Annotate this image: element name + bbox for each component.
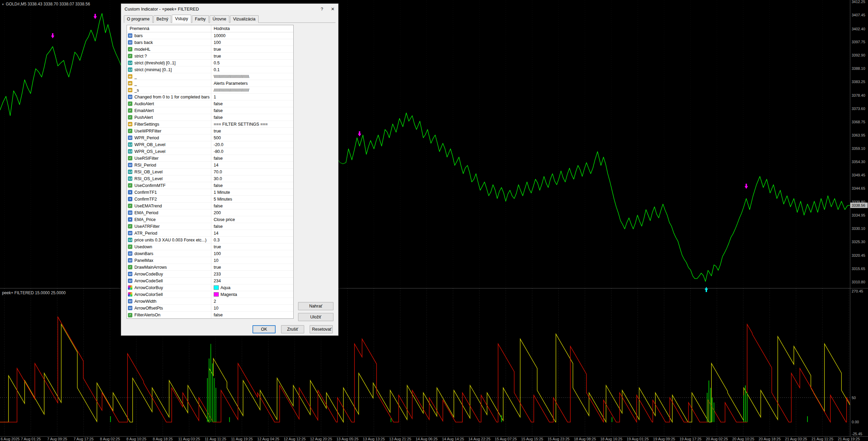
- param-row[interactable]: 12EMA_Period200: [127, 209, 293, 216]
- param-row[interactable]: 12ArrowOffsetPts10: [127, 305, 293, 312]
- param-value[interactable]: 30.0: [211, 175, 293, 182]
- param-value[interactable]: 0.1: [211, 66, 293, 73]
- param-row[interactable]: 12ArrowCodeBuy233: [127, 271, 293, 278]
- param-value[interactable]: 0.5: [211, 60, 293, 66]
- param-row[interactable]: 12Changed from 0 to 1 for completed bars…: [127, 94, 293, 100]
- param-value[interactable]: 14: [211, 230, 293, 236]
- param-value[interactable]: 200: [211, 209, 293, 216]
- param-row[interactable]: ✓UseWPRFiltertrue: [127, 128, 293, 135]
- param-value[interactable]: true: [211, 243, 293, 250]
- param-value[interactable]: 0.3: [211, 237, 293, 243]
- param-value[interactable]: 500: [211, 135, 293, 141]
- reset-button[interactable]: Resetovať: [310, 325, 333, 333]
- param-row[interactable]: 12ArrowWidth2: [127, 298, 293, 305]
- param-value[interactable]: -20.0: [211, 141, 293, 148]
- param-row[interactable]: 12RSI_Period14: [127, 162, 293, 169]
- param-value[interactable]: false: [211, 155, 293, 161]
- param-row[interactable]: ab_Alerts Parameters: [127, 80, 293, 87]
- param-value[interactable]: Close price: [211, 216, 293, 223]
- param-value[interactable]: 10000: [211, 32, 293, 39]
- param-value[interactable]: true: [211, 46, 293, 52]
- param-row[interactable]: ✓EmailAlertfalse: [127, 107, 293, 114]
- param-value[interactable]: 100: [211, 250, 293, 257]
- tab-vizualizácia[interactable]: Vizualizácia: [230, 15, 259, 23]
- param-value[interactable]: 234: [211, 278, 293, 284]
- param-row[interactable]: abFilterSettings=== FILTER SETTINGS ===: [127, 121, 293, 128]
- param-row[interactable]: 1.2strict (threshold) [0..1]0.5: [127, 60, 293, 66]
- param-row[interactable]: ▼ConfirmTF25 Minutes: [127, 196, 293, 203]
- param-row[interactable]: ArrowColorBuyAqua: [127, 284, 293, 291]
- param-row[interactable]: ✓PushAlertfalse: [127, 114, 293, 121]
- param-row[interactable]: ArrowColorSellMagenta: [127, 291, 293, 298]
- param-value[interactable]: false: [211, 100, 293, 107]
- param-value[interactable]: false: [211, 312, 293, 318]
- param-value[interactable]: 10: [211, 257, 293, 264]
- param-row[interactable]: 12WPR_Period500: [127, 135, 293, 141]
- param-value[interactable]: \\\\\\\\\\\\\\\\\\\\\\\\\\\\\\: [211, 73, 293, 80]
- param-value[interactable]: false: [211, 114, 293, 121]
- tab-vstupy[interactable]: Vstupy: [172, 15, 191, 23]
- dialog-titlebar[interactable]: Custom Indicator - +peek+ FILTERED ? ✕: [121, 4, 338, 14]
- cancel-button[interactable]: Zrušiť: [281, 325, 304, 333]
- param-row[interactable]: 1.2RSI_OB_Level70.0: [127, 169, 293, 175]
- param-row[interactable]: 1.2WPR_OS_Level-80.0: [127, 148, 293, 155]
- param-value[interactable]: 10: [211, 305, 293, 311]
- param-value[interactable]: 70.0: [211, 169, 293, 175]
- param-row[interactable]: ✓FilterAlertsOnfalse: [127, 312, 293, 318]
- param-value[interactable]: Magenta: [211, 291, 293, 298]
- param-row[interactable]: ✓DrawMainArrowstrue: [127, 264, 293, 271]
- param-row[interactable]: ✓UseConfirmMTFfalse: [127, 182, 293, 189]
- param-value[interactable]: 1 Minute: [211, 189, 293, 195]
- param-row[interactable]: 1.2strict (minima) [0..1]0.1: [127, 66, 293, 73]
- param-value[interactable]: true: [211, 264, 293, 270]
- param-value[interactable]: -80.0: [211, 148, 293, 155]
- tab-o-programe[interactable]: O programe: [124, 15, 153, 23]
- param-row[interactable]: 12PanelMax10: [127, 257, 293, 264]
- param-value[interactable]: 1: [211, 94, 293, 100]
- double-type-icon: 1.2: [128, 170, 132, 174]
- param-value-text: true: [214, 47, 221, 52]
- param-row[interactable]: ✓UseRSIFilterfalse: [127, 155, 293, 162]
- param-row[interactable]: ✓AudioAlertfalse: [127, 100, 293, 107]
- param-row[interactable]: 1.2price units 0.3 XAU 0.003 Forex etc..…: [127, 237, 293, 243]
- param-row[interactable]: 12bars back100: [127, 39, 293, 46]
- param-value[interactable]: //////////////////////////////: [211, 87, 293, 93]
- param-row[interactable]: ✓modeHLtrue: [127, 46, 293, 53]
- param-value[interactable]: true: [211, 53, 293, 59]
- param-row[interactable]: 1.2WPR_OB_Level-20.0: [127, 141, 293, 148]
- param-value[interactable]: 14: [211, 162, 293, 168]
- param-row[interactable]: 1.2RSI_OS_Level30.0: [127, 175, 293, 182]
- param-row[interactable]: 12ArrowCodeSell234: [127, 278, 293, 284]
- param-row[interactable]: ✓Usedowntrue: [127, 243, 293, 250]
- param-value[interactable]: 2: [211, 298, 293, 304]
- close-icon[interactable]: ✕: [327, 4, 338, 13]
- param-value[interactable]: 233: [211, 271, 293, 277]
- param-value[interactable]: 100: [211, 39, 293, 46]
- param-row[interactable]: ▼EMA_PriceClose price: [127, 216, 293, 223]
- param-row[interactable]: ✓strict ?true: [127, 53, 293, 60]
- param-row[interactable]: 12ATR_Period14: [127, 230, 293, 237]
- param-value[interactable]: === FILTER SETTINGS ===: [211, 121, 293, 127]
- param-value[interactable]: true: [211, 128, 293, 134]
- param-row[interactable]: 12bars10000: [127, 32, 293, 39]
- param-row[interactable]: ✓UseEMATrendfalse: [127, 203, 293, 209]
- load-button[interactable]: Nahrať: [298, 302, 333, 310]
- param-value[interactable]: false: [211, 203, 293, 209]
- param-value[interactable]: false: [211, 107, 293, 114]
- param-row[interactable]: ✓UseATRFilterfalse: [127, 223, 293, 230]
- param-value[interactable]: 5 Minutes: [211, 196, 293, 202]
- param-row[interactable]: ▼ConfirmTF11 Minute: [127, 189, 293, 196]
- tab-bežný[interactable]: Bežný: [153, 15, 171, 23]
- param-value[interactable]: Aqua: [211, 284, 293, 291]
- tab-úrovne[interactable]: Úrovne: [210, 15, 229, 23]
- param-value[interactable]: false: [211, 223, 293, 230]
- save-button[interactable]: Uložiť: [298, 313, 333, 321]
- param-row[interactable]: ab_\\\\\\\\\\\\\\\\\\\\\\\\\\\\\\: [127, 73, 293, 80]
- param-row[interactable]: ab_s//////////////////////////////: [127, 87, 293, 94]
- tab-farby[interactable]: Farby: [192, 15, 209, 23]
- help-button[interactable]: ?: [316, 4, 327, 13]
- ok-button[interactable]: OK: [252, 325, 276, 333]
- param-row[interactable]: 12downBars100: [127, 250, 293, 257]
- param-value[interactable]: Alerts Parameters: [211, 80, 293, 86]
- param-value[interactable]: false: [211, 182, 293, 189]
